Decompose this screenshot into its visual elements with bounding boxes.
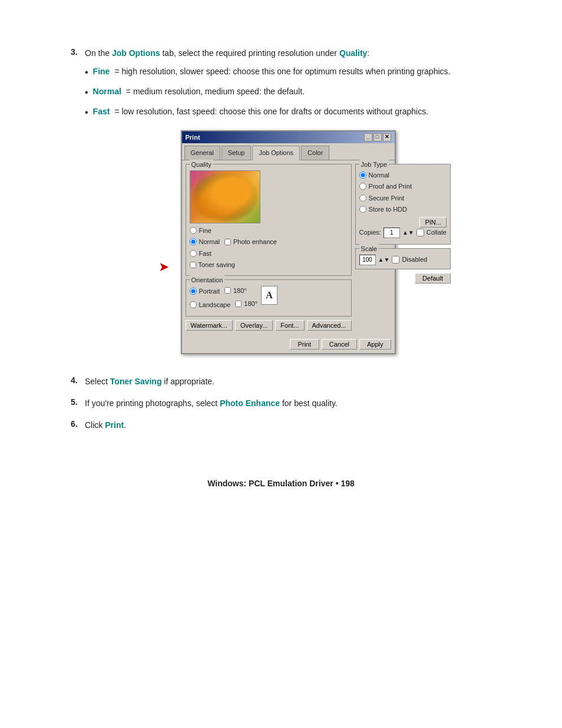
- default-button[interactable]: Default: [415, 273, 451, 284]
- font-button[interactable]: Font...: [275, 320, 304, 331]
- step-5: 5. If you're printing photographs, selec…: [71, 397, 491, 410]
- scale-row: ▲▼ Disabled: [359, 255, 447, 265]
- quality-group-title: Quality: [190, 160, 213, 170]
- pin-button[interactable]: PIN...: [419, 217, 447, 228]
- radio-fine-label: Fine: [199, 226, 211, 236]
- normal-highlight: Normal: [93, 85, 121, 100]
- radio-secure-input[interactable]: [359, 195, 366, 202]
- radio-job-normal-input[interactable]: [359, 172, 366, 179]
- radio-fast-label: Fast: [199, 249, 211, 259]
- tab-job-options[interactable]: Job Options: [252, 146, 300, 160]
- fine-text: = high resolution, slower speed: choose …: [114, 65, 450, 80]
- radio-portrait[interactable]: Portrait 180°: [190, 286, 258, 298]
- orientation-radios: Portrait 180°: [190, 286, 258, 312]
- scale-content: ▲▼ Disabled: [359, 255, 447, 265]
- butterfly-image: [190, 171, 260, 223]
- dialog-tabs: General Setup Job Options Color: [182, 143, 395, 160]
- radio-fine-input[interactable]: [190, 227, 197, 234]
- toner-saving-label: Toner saving: [199, 260, 235, 270]
- print-button[interactable]: Print: [290, 339, 319, 350]
- scale-input[interactable]: [359, 255, 376, 265]
- minimize-button[interactable]: _: [364, 133, 372, 141]
- radio-fine[interactable]: Fine: [190, 226, 348, 236]
- scale-group: Scale ▲▼ Disabled: [355, 248, 451, 269]
- radio-secure-print[interactable]: Secure Print: [359, 193, 447, 203]
- job-type-group: Job Type Normal Proof and Pr: [355, 164, 451, 245]
- apply-button[interactable]: Apply: [359, 339, 391, 350]
- radio-store-hdd[interactable]: Store to HDD: [359, 205, 447, 215]
- bullet-fine: Fine = high resolution, slower speed: ch…: [85, 65, 491, 80]
- fast-highlight: Fast: [93, 106, 110, 120]
- dialog-right-panel: Job Type Normal Proof and Pr: [355, 164, 451, 333]
- watermark-button[interactable]: Watermark...: [186, 320, 233, 331]
- toner-saving-checkbox[interactable]: [190, 262, 196, 268]
- step-6-content: Click Print.: [85, 419, 491, 431]
- radio-job-normal-label: Normal: [369, 170, 389, 180]
- print-dialog[interactable]: Print _ □ ✕ General Setup Job Options: [181, 130, 396, 354]
- portrait-icon: A: [261, 286, 277, 305]
- step-4-number: 4.: [71, 375, 81, 388]
- job-type-content: Normal Proof and Print Sec: [359, 170, 447, 238]
- portrait-180-checkbox[interactable]: [224, 287, 231, 294]
- radio-normal[interactable]: Normal: [190, 237, 220, 247]
- orientation-content: Portrait 180°: [190, 286, 348, 312]
- footer-text: Windows: PCL Emulation Driver: [207, 479, 333, 488]
- radio-fast-input[interactable]: [190, 250, 197, 257]
- spin-arrows: ▲▼: [402, 228, 414, 237]
- photo-enhance-highlight: Photo Enhance: [220, 398, 280, 408]
- step-6-text-before: Click: [85, 420, 105, 430]
- radio-portrait-input[interactable]: [190, 288, 197, 295]
- step-4-text-after: if appropriate.: [161, 377, 214, 386]
- step-5-content: If you're printing photographs, select P…: [85, 397, 491, 410]
- tab-general[interactable]: General: [184, 146, 220, 160]
- quality-content: Fine Normal: [190, 170, 348, 270]
- step-4-text-before: Select: [85, 377, 110, 386]
- radio-normal-label: Normal: [199, 237, 220, 247]
- default-btn-row: Default: [355, 273, 451, 284]
- dialog-titlebar: Print _ □ ✕: [182, 131, 395, 143]
- step-5-text-before: If you're printing photographs, select: [85, 398, 220, 408]
- preview-image: [190, 170, 260, 223]
- close-button[interactable]: ✕: [383, 133, 391, 141]
- collate-label: Collate: [427, 228, 447, 238]
- landscape-180-checkbox[interactable]: [235, 301, 242, 307]
- radio-proof-print[interactable]: Proof and Print: [359, 182, 447, 192]
- photo-enhance-option[interactable]: Photo enhance: [224, 237, 277, 247]
- step-3-text-before: On the: [85, 48, 112, 58]
- bottom-buttons-row1: Watermark... Overlay... Font... Advanced…: [186, 320, 352, 331]
- radio-landscape-input[interactable]: [190, 301, 197, 308]
- advanced-button[interactable]: Advanced...: [307, 320, 352, 331]
- cancel-button[interactable]: Cancel: [322, 339, 357, 350]
- footer-separator: •: [336, 479, 339, 488]
- radio-job-normal[interactable]: Normal: [359, 170, 447, 180]
- radio-proof-input[interactable]: [359, 183, 366, 190]
- radio-proof-label: Proof and Print: [369, 182, 412, 192]
- arrow-container: ➤: [158, 257, 169, 276]
- footer: Windows: PCL Emulation Driver • 198: [71, 479, 491, 488]
- tab-color[interactable]: Color: [301, 146, 329, 160]
- photo-enhance-checkbox[interactable]: [224, 239, 231, 245]
- radio-normal-input[interactable]: [190, 238, 197, 245]
- fine-highlight: Fine: [93, 65, 110, 80]
- collate-checkbox[interactable]: [416, 229, 424, 236]
- bullet-normal: Normal = medium resolution, medium speed…: [85, 85, 491, 100]
- copies-input[interactable]: [384, 228, 400, 238]
- red-arrow: ➤: [158, 257, 169, 276]
- overlay-button[interactable]: Overlay...: [235, 320, 273, 331]
- portrait-180-option[interactable]: 180°: [224, 286, 247, 296]
- radio-fast[interactable]: Fast: [190, 249, 348, 259]
- job-options-highlight: Job Options: [112, 48, 160, 58]
- radio-landscape[interactable]: Landscape 180°: [190, 299, 258, 311]
- radio-store-input[interactable]: [359, 206, 366, 213]
- toner-saving-option[interactable]: Toner saving: [190, 260, 348, 270]
- tab-setup[interactable]: Setup: [222, 146, 252, 160]
- radio-landscape-label: Landscape: [199, 300, 231, 310]
- radio-portrait-label: Portrait: [199, 286, 220, 297]
- disabled-checkbox[interactable]: [392, 256, 399, 263]
- step-3: 3. On the Job Options tab, select the re…: [71, 47, 491, 366]
- maximize-button[interactable]: □: [373, 133, 382, 141]
- landscape-180-option[interactable]: 180°: [235, 299, 257, 309]
- step-6-text-after: .: [124, 420, 126, 430]
- quality-highlight: Quality: [339, 48, 367, 58]
- dialog-left-panel: Quality: [186, 164, 352, 333]
